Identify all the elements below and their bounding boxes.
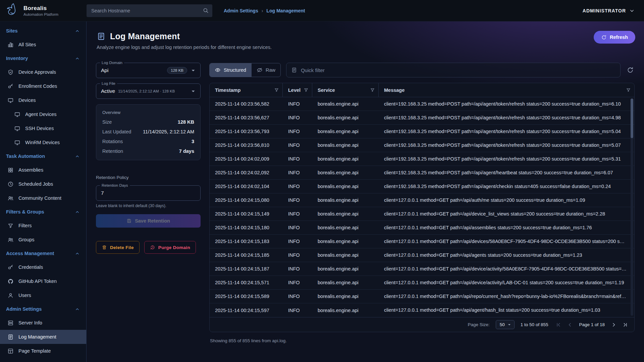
sidebar-item-device-approvals[interactable]: Device Approvals bbox=[0, 65, 86, 79]
sidebar-item-groups[interactable]: Groups bbox=[0, 233, 86, 247]
sidebar-section-inventory[interactable]: Inventory bbox=[0, 52, 86, 65]
filter-funnel-icon[interactable] bbox=[304, 87, 309, 93]
brand[interactable]: Borealis Automation Platform bbox=[0, 2, 87, 19]
sidebar-item-all-sites[interactable]: All Sites bbox=[0, 38, 86, 52]
log-row[interactable]: 2025-11-14 00:23:56,627INFOborealis.engi… bbox=[210, 111, 634, 125]
sidebar-section-task-automation[interactable]: Task Automation bbox=[0, 149, 86, 163]
column-header-service[interactable]: Service bbox=[312, 83, 379, 97]
save-retention-button[interactable]: Save Retention bbox=[96, 214, 201, 228]
sidebar-item-log-management[interactable]: Log Management bbox=[0, 330, 86, 344]
section-label: Inventory bbox=[6, 56, 28, 61]
sidebar-item-enrollment-codes[interactable]: Enrollment Codes bbox=[0, 79, 86, 93]
refresh-button[interactable]: Refresh bbox=[594, 31, 635, 44]
retention-helper-text: Leave blank to inherit default (30 days)… bbox=[96, 203, 201, 208]
cell-timestamp: 2025-11-14 00:24:15,597 bbox=[210, 303, 283, 317]
log-row[interactable]: 2025-11-14 00:23:56,793INFOborealis.engi… bbox=[210, 125, 634, 138]
cell-level: INFO bbox=[283, 235, 312, 248]
section-label: Task Automation bbox=[6, 154, 45, 159]
refresh-icon bbox=[627, 66, 634, 74]
status-line: Showing 855 of 855 lines from api.log. bbox=[210, 338, 635, 343]
grid-icon bbox=[7, 167, 14, 173]
page-size-select[interactable]: 50 bbox=[496, 320, 515, 329]
sidebar-item-scheduled-jobs[interactable]: Scheduled Jobs bbox=[0, 177, 86, 191]
scrollbar-thumb[interactable] bbox=[631, 99, 633, 138]
log-row[interactable]: 2025-11-14 00:24:02,104INFOborealis.engi… bbox=[210, 180, 634, 193]
sidebar-item-label: WinRM Devices bbox=[25, 140, 60, 145]
sidebar-item-page-template[interactable]: Page Template bbox=[0, 344, 86, 358]
log-file-meta: 11/14/2025, 2:12:12 AM · 128 KB bbox=[118, 89, 175, 93]
log-row[interactable]: 2025-11-14 00:24:15,185INFOborealis.engi… bbox=[210, 248, 634, 262]
user-menu-button[interactable]: ADMINISTRATOR bbox=[583, 7, 644, 14]
raw-view-button[interactable]: Raw bbox=[251, 63, 280, 77]
sidebar-item-ssh-devices[interactable]: SSH Devices bbox=[0, 121, 86, 135]
column-header-level[interactable]: Level bbox=[283, 83, 312, 97]
cell-message: client=192.168.3.25 method=POST path=/ap… bbox=[379, 111, 634, 124]
cell-message: client=192.168.3.25 method=POST path=/ap… bbox=[379, 166, 634, 179]
delete-file-button[interactable]: Delete File bbox=[96, 241, 140, 254]
breadcrumb-admin-settings[interactable]: Admin Settings bbox=[224, 8, 258, 13]
log-row[interactable]: 2025-11-14 00:24:02,009INFOborealis.engi… bbox=[210, 152, 634, 166]
log-row[interactable]: 2025-11-14 00:24:02,092INFOborealis.engi… bbox=[210, 166, 634, 180]
table-scrollbar[interactable] bbox=[631, 99, 633, 316]
hostname-search-input[interactable] bbox=[87, 4, 212, 17]
cell-level: INFO bbox=[283, 111, 312, 124]
cell-message: client=192.168.3.25 method=POST path=/ap… bbox=[379, 97, 634, 111]
sidebar-item-github-api-token[interactable]: GitHub API Token bbox=[0, 274, 86, 288]
sidebar-section-filters-groups[interactable]: Filters & Groups bbox=[0, 205, 86, 219]
filter-funnel-icon[interactable] bbox=[370, 87, 375, 93]
sidebar-item-users[interactable]: Users bbox=[0, 288, 86, 302]
previous-page-button[interactable] bbox=[566, 320, 574, 329]
last-page-button[interactable] bbox=[621, 320, 630, 329]
sidebar-section-admin-settings[interactable]: Admin Settings bbox=[0, 302, 86, 316]
log-row[interactable]: 2025-11-14 00:23:56,810INFOborealis.engi… bbox=[210, 138, 634, 152]
cell-message: client=127.0.0.1 method=GET path=/api/de… bbox=[379, 276, 634, 289]
cell-service: borealis.engine.api bbox=[312, 125, 379, 138]
sidebar-item-server-info[interactable]: Server Info bbox=[0, 316, 86, 330]
sidebar-item-devices[interactable]: Devices bbox=[0, 93, 86, 107]
sidebar-item-filters[interactable]: Filters bbox=[0, 219, 86, 233]
cell-service: borealis.engine.api bbox=[312, 111, 379, 124]
filter-funnel-icon[interactable] bbox=[626, 87, 631, 93]
log-row[interactable]: 2025-11-14 00:24:15,180INFOborealis.engi… bbox=[210, 221, 634, 235]
log-row[interactable]: 2025-11-14 00:24:15,589INFOborealis.engi… bbox=[210, 290, 634, 303]
cell-service: borealis.engine.api bbox=[312, 166, 379, 179]
column-label: Timestamp bbox=[215, 87, 240, 93]
sidebar-item-assemblies[interactable]: Assemblies bbox=[0, 163, 86, 177]
next-page-button[interactable] bbox=[609, 320, 618, 329]
cell-level: INFO bbox=[283, 303, 312, 317]
sidebar-item-credentials[interactable]: Credentials bbox=[0, 260, 86, 274]
cell-message: client=192.168.3.25 method=POST path=/ap… bbox=[379, 180, 634, 193]
log-row[interactable]: 2025-11-14 00:24:15,187INFOborealis.engi… bbox=[210, 262, 634, 276]
purge-domain-button[interactable]: Purge Domain bbox=[144, 241, 196, 254]
log-row[interactable]: 2025-11-14 00:24:15,597INFOborealis.engi… bbox=[210, 303, 634, 317]
overview-value: 7 days bbox=[179, 148, 194, 154]
user-role-label: ADMINISTRATOR bbox=[583, 8, 626, 13]
structured-view-button[interactable]: Structured bbox=[210, 63, 251, 77]
log-domain-select[interactable]: Log Domain Api 128 KB bbox=[96, 63, 201, 78]
log-row[interactable]: 2025-11-14 00:24:15,571INFOborealis.engi… bbox=[210, 276, 634, 290]
table-refresh-button[interactable] bbox=[626, 66, 635, 74]
cell-service: borealis.engine.api bbox=[312, 138, 379, 152]
filter-funnel-icon[interactable] bbox=[274, 87, 279, 93]
quick-filter-input[interactable] bbox=[301, 67, 615, 73]
page-info-label: Page 1 of 18 bbox=[579, 322, 605, 327]
column-header-message[interactable]: Message bbox=[379, 83, 634, 97]
log-row[interactable]: 2025-11-14 00:24:15,080INFOborealis.engi… bbox=[210, 193, 634, 207]
log-row[interactable]: 2025-11-14 00:24:15,183INFOborealis.engi… bbox=[210, 235, 634, 248]
sidebar-item-community-content[interactable]: Community Content bbox=[0, 191, 86, 205]
log-file-select[interactable]: Log File Active 11/14/2025, 2:12:12 AM ·… bbox=[96, 83, 201, 99]
sidebar-section-sites[interactable]: Sites bbox=[0, 24, 86, 38]
layout-icon bbox=[7, 348, 14, 354]
first-page-button[interactable] bbox=[554, 320, 563, 329]
sidebar-item-agent-devices[interactable]: Agent Devices bbox=[0, 107, 86, 121]
sidebar-section-access-management[interactable]: Access Management bbox=[0, 247, 86, 260]
sidebar-item-winrm-devices[interactable]: WinRM Devices bbox=[0, 135, 86, 149]
clock-icon bbox=[7, 181, 14, 187]
caret-down-icon bbox=[190, 87, 197, 95]
column-header-timestamp[interactable]: Timestamp bbox=[210, 83, 283, 97]
sidebar: SitesAll SitesInventoryDevice ApprovalsE… bbox=[0, 21, 87, 362]
log-row[interactable]: 2025-11-14 00:23:56,582INFOborealis.engi… bbox=[210, 97, 634, 111]
log-file-value: Active bbox=[101, 88, 115, 94]
log-row[interactable]: 2025-11-14 00:24:15,149INFOborealis.engi… bbox=[210, 207, 634, 221]
retention-days-input[interactable] bbox=[101, 190, 196, 196]
